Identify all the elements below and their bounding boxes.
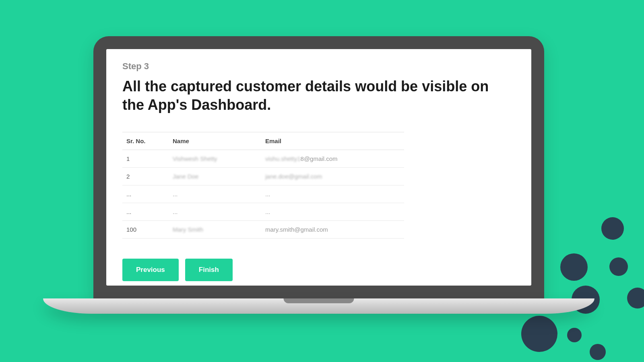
cell-email: ... (261, 185, 404, 203)
button-row: Previous Finish (122, 259, 515, 281)
app-screen: Step 3 All the captured customer details… (106, 49, 531, 286)
laptop-notch (284, 298, 354, 303)
cell-name: Mary Smith (169, 221, 261, 239)
table-row: 100 Mary Smith mary.smith@gmail.com (122, 221, 404, 239)
cell-srno: 1 (122, 150, 169, 168)
cell-email: vishu.shetty18@gmail.com (261, 150, 404, 168)
cell-name: ... (169, 203, 261, 221)
col-header-srno: Sr. No. (122, 132, 169, 150)
cell-name: Vishwesh Shetty (169, 150, 261, 168)
table-header-row: Sr. No. Name Email (122, 132, 404, 150)
col-header-email: Email (261, 132, 404, 150)
customer-table: Sr. No. Name Email 1 Vishwesh Shetty vis… (122, 132, 404, 239)
table-row: 1 Vishwesh Shetty vishu.shetty18@gmail.c… (122, 150, 404, 168)
laptop-frame: Step 3 All the captured customer details… (93, 36, 544, 298)
finish-button[interactable]: Finish (185, 259, 233, 281)
laptop-mockup: Step 3 All the captured customer details… (93, 36, 544, 314)
cell-srno: ... (122, 185, 169, 203)
table-row: 2 Jane Doe jane.doe@gmail.com (122, 168, 404, 185)
cell-email: ... (261, 203, 404, 221)
page-heading: All the captured customer details would … (122, 77, 493, 114)
previous-button[interactable]: Previous (122, 259, 179, 281)
cell-srno: ... (122, 203, 169, 221)
table-row: ... ... ... (122, 203, 404, 221)
table-row: ... ... ... (122, 185, 404, 203)
col-header-name: Name (169, 132, 261, 150)
laptop-base (43, 298, 594, 314)
cell-name: ... (169, 185, 261, 203)
cell-srno: 2 (122, 168, 169, 185)
step-label: Step 3 (122, 61, 515, 72)
cell-email: jane.doe@gmail.com (261, 168, 404, 185)
cell-srno: 100 (122, 221, 169, 239)
cell-email: mary.smith@gmail.com (261, 221, 404, 239)
cell-name: Jane Doe (169, 168, 261, 185)
